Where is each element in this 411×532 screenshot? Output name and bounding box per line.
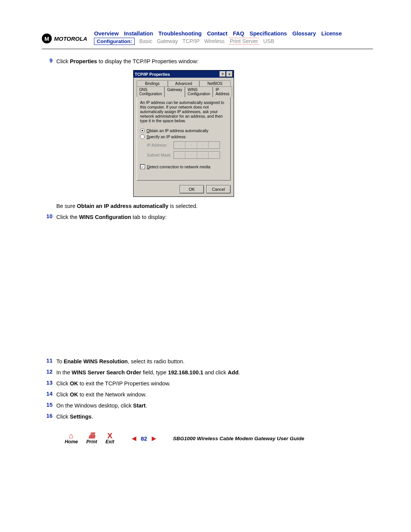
ip-blurb: An IP address can be automatically assig… (140, 100, 227, 123)
sub-nav-configuration: Configuration: (94, 38, 135, 45)
nav-glossary[interactable]: Glossary (292, 30, 316, 37)
nav-installation[interactable]: Installation (124, 30, 153, 37)
step-9b-text: Be sure Obtain an IP address automatical… (56, 202, 373, 210)
subnet-mask-field: Subnet Mask: ... (147, 151, 227, 159)
step-16-text: Click Settings. (56, 413, 373, 421)
image-placeholder-gap (42, 224, 373, 358)
motorola-wordmark: MOTOROLA (54, 35, 87, 42)
step-13: 13 Click OK to exit the TCP/IP Propertie… (42, 380, 373, 388)
motorola-logo: M MOTOROLA (42, 34, 87, 43)
dialog-titlebar: TCP/IP Properties ? × (134, 70, 234, 78)
cancel-button[interactable]: Cancel (206, 185, 231, 193)
step-11-number: 11 (42, 358, 56, 364)
radio-obtain-auto-icon (140, 128, 145, 133)
tcpip-properties-dialog: TCP/IP Properties ? × Bindings Advanced … (133, 70, 234, 197)
page-footer: ⌂ Home 🖶 Print X Exit ◄ 82 ► SBG1000 Wir… (42, 432, 373, 444)
step-15-number: 15 (42, 402, 56, 408)
step-12-text: In the WINS Server Search Order field, t… (56, 369, 373, 377)
footer-home-label: Home (65, 439, 78, 444)
step-16: 16 Click Settings. (42, 413, 373, 421)
print-icon: 🖶 (86, 432, 97, 439)
nav-license[interactable]: License (321, 30, 342, 37)
step-11: 11 To Enable WINS Resolution, select its… (42, 358, 373, 366)
ip-address-tab-pane: An IP address can be automatically assig… (137, 97, 231, 181)
footer-print-label: Print (86, 439, 97, 444)
radio-obtain-auto[interactable]: Obtain an IP address automatically (140, 128, 227, 133)
ok-button[interactable]: OK (180, 185, 204, 193)
detect-connection-checkbox[interactable]: ✓ Detect connection to network media (140, 164, 227, 169)
footer-exit-label: Exit (105, 439, 114, 444)
nav-troubleshooting[interactable]: Troubleshooting (158, 30, 202, 37)
step-15: 15 On the Windows desktop, click Start. (42, 402, 373, 410)
tab-wins-configuration[interactable]: WINS Configuration (185, 86, 213, 97)
sub-nav-wireless[interactable]: Wireless (204, 38, 225, 44)
radio-specify-icon (140, 134, 145, 139)
header-divider (42, 49, 373, 49)
next-page-icon[interactable]: ► (150, 434, 158, 443)
nav-faq[interactable]: FAQ (233, 30, 244, 37)
step-14: 14 Click OK to exit the Network window. (42, 391, 373, 399)
dialog-body: Bindings Advanced NetBIOS DNS Configurat… (134, 78, 234, 184)
step-10-text: Click the WINS Configuration tab to disp… (56, 213, 373, 221)
dialog-close-button[interactable]: × (226, 71, 233, 77)
dialog-tab-row-1: Bindings Advanced NetBIOS (137, 80, 231, 86)
document-page: M MOTOROLA Overview Installation Trouble… (0, 0, 411, 460)
sub-nav-gateway[interactable]: Gateway (157, 38, 178, 44)
footer-print-button[interactable]: 🖶 Print (86, 432, 97, 444)
dialog-title: TCP/IP Properties (135, 72, 219, 77)
step-14-number: 14 (42, 391, 56, 397)
tab-advanced[interactable]: Advanced (168, 80, 199, 86)
ip-address-input: ... (174, 141, 220, 149)
tab-netbios[interactable]: NetBIOS (199, 80, 231, 86)
sub-nav-tcpip[interactable]: TCP/IP (182, 38, 199, 44)
step-9: 9 Click Properties to display the TCP/IP… (42, 58, 373, 66)
nav-overview[interactable]: Overview (94, 30, 119, 37)
pager: ◄ 82 ► (130, 434, 158, 443)
dialog-help-button[interactable]: ? (220, 71, 226, 77)
step-9-number: 9 (42, 58, 56, 64)
radio-specify[interactable]: Specify an IP address: (140, 134, 227, 139)
step-13-number: 13 (42, 380, 56, 386)
home-icon: ⌂ (65, 432, 78, 439)
step-12: 12 In the WINS Server Search Order field… (42, 369, 373, 377)
motorola-batwing-icon: M (42, 34, 52, 43)
step-10-number: 10 (42, 213, 56, 219)
prev-page-icon[interactable]: ◄ (130, 434, 138, 443)
footer-exit-button[interactable]: X Exit (105, 432, 114, 444)
step-11-text: To Enable WINS Resolution, select its ra… (56, 358, 373, 366)
tab-gateway[interactable]: Gateway (164, 86, 185, 97)
subnet-mask-input: ... (174, 151, 220, 159)
tcpip-properties-screenshot: TCP/IP Properties ? × Bindings Advanced … (133, 70, 373, 197)
tab-bindings[interactable]: Bindings (137, 80, 168, 86)
page-number: 82 (141, 435, 147, 442)
dialog-button-row: OK Cancel (134, 184, 234, 197)
ip-address-label: IP Address: (147, 143, 174, 147)
exit-icon: X (105, 432, 114, 439)
dialog-tab-row-2: DNS Configuration Gateway WINS Configura… (137, 86, 231, 97)
sub-nav-usb[interactable]: USB (263, 38, 274, 44)
sub-nav: Configuration: Basic Gateway TCP/IP Wire… (94, 38, 373, 45)
sub-nav-basic[interactable]: Basic (139, 38, 152, 44)
subnet-mask-label: Subnet Mask: (147, 153, 174, 157)
sub-nav-print-server[interactable]: Print Server (229, 38, 259, 45)
ip-address-field: IP Address: ... (147, 141, 227, 149)
step-13-text: Click OK to exit the TCP/IP Properties w… (56, 380, 373, 388)
tab-dns-configuration[interactable]: DNS Configuration (137, 86, 164, 97)
step-16-number: 16 (42, 413, 56, 419)
step-10: 10 Click the WINS Configuration tab to d… (42, 213, 373, 221)
step-14-text: Click OK to exit the Network window. (56, 391, 373, 399)
header-row: M MOTOROLA Overview Installation Trouble… (42, 30, 373, 45)
top-nav: Overview Installation Troubleshooting Co… (94, 30, 373, 37)
nav-block: Overview Installation Troubleshooting Co… (94, 30, 373, 45)
step-9-text: Click Properties to display the TCP/IP P… (56, 58, 373, 66)
nav-specifications[interactable]: Specifications (250, 30, 287, 37)
step-9b: Be sure Obtain an IP address automatical… (42, 202, 373, 210)
tab-ip-address[interactable]: IP Address (213, 86, 232, 97)
guide-title: SBG1000 Wireless Cable Modem Gateway Use… (173, 436, 304, 441)
step-15-text: On the Windows desktop, click Start. (56, 402, 373, 410)
nav-contact[interactable]: Contact (207, 30, 228, 37)
checkbox-checked-icon: ✓ (140, 164, 145, 169)
step-12-number: 12 (42, 369, 56, 375)
footer-home-button[interactable]: ⌂ Home (65, 432, 78, 444)
